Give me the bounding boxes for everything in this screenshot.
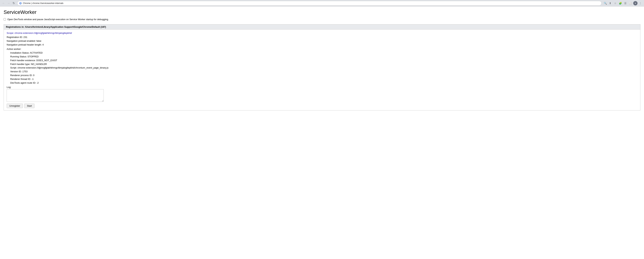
back-icon: ← [2,2,5,5]
window-button[interactable]: ⬜ [628,1,632,6]
page-title: ServiceWorker [4,9,640,15]
puzzle-icon: 🧩 [619,2,622,5]
more-options-button[interactable]: ⋮ [638,1,642,6]
fetch-handler-type: Fetch handler type: NO_HANDLER [10,62,637,66]
active-worker-title: Active worker: [7,47,637,51]
svg-point-1 [20,3,21,4]
script: Script: chrome-extension://djjmngfglakhk… [10,66,637,70]
bookmark-button[interactable]: ☆ [613,1,618,6]
reload-button[interactable]: ↻ [12,1,16,6]
start-button[interactable]: Start [24,104,34,108]
navigation-buttons: ← → ↻ [2,1,16,6]
devtools-label[interactable]: Open DevTools window and pause JavaScrip… [7,18,109,21]
forward-icon: → [7,2,10,5]
search-icon: 🔍 [604,2,607,5]
scope-link[interactable]: Scope: chrome-extension://djjmngfglakhkh… [7,32,637,34]
page-content: ServiceWorker Open DevTools window and p… [0,7,644,116]
fetch-handler-existence: Fetch handler existence: DOES_NOT_EXIST [10,59,637,62]
search-button[interactable]: 🔍 [603,1,607,6]
nav-preload-enabled: Navigation preload enabled: false [7,39,637,43]
log-label: Log: [7,86,637,89]
extensions-button[interactable]: 🧩 [618,1,622,6]
renderer-thread-id: Renderer thread ID: -1 [10,77,637,81]
url-text: chrome://serviceworker-internals [32,2,63,5]
log-section: Log: [7,86,637,102]
profile-avatar[interactable]: ● [633,1,638,6]
browser-toolbar: ← → ↻ Chrome | chrome://serviceworker-in… [0,0,644,7]
favicon [19,2,22,5]
reload-icon: ↻ [12,2,15,5]
browser-action-buttons: 🔍 ⬆ ☆ 🧩 ☰ ⬜ ● ⋮ [603,1,642,6]
tab-search-button[interactable]: ☰ [623,1,628,6]
devtools-option-row: Open DevTools window and pause JavaScrip… [4,18,640,21]
devtools-agent-route-id: DevTools agent route ID: -2 [10,81,637,85]
nav-preload-header-length: Navigation preload header length: 4 [7,43,637,47]
star-icon: ☆ [614,2,616,5]
log-textarea[interactable] [7,89,104,102]
renderer-process-id: Renderer process ID: 0 [10,74,637,77]
address-text: Chrome | chrome://serviceworker-internal… [23,2,600,5]
share-icon: ⬆ [609,2,611,5]
worker-section: Active worker: Installation Status: ACTI… [7,47,637,85]
worker-details: Installation Status: ACTIVATED Running S… [7,51,637,85]
running-status: Running Status: STOPPED [10,55,637,59]
address-bar[interactable]: Chrome | chrome://serviceworker-internal… [17,1,602,6]
action-buttons: Unregister Start [7,104,637,108]
installation-status: Installation Status: ACTIVATED [10,51,637,55]
back-button[interactable]: ← [2,1,6,6]
devtools-checkbox[interactable] [4,18,6,21]
avatar-icon: ● [635,2,636,4]
window-icon: ⬜ [629,2,632,5]
unregister-button[interactable]: Unregister [7,104,23,108]
tab-search-icon: ☰ [624,2,626,5]
tab-label: Chrome [23,2,30,5]
more-vert-icon: ⋮ [639,2,642,5]
registration-id: Registration ID: 231 [7,36,637,39]
share-button[interactable]: ⬆ [608,1,612,6]
forward-button[interactable]: → [6,1,11,6]
registration-body: Scope: chrome-extension://djjmngfglakhkh… [4,30,640,110]
registration-header: Registrations in: /Users/forinton/Librar… [4,25,640,30]
version-id: Version ID: 1753 [10,70,637,74]
registration-section: Registrations in: /Users/forinton/Librar… [4,24,640,110]
